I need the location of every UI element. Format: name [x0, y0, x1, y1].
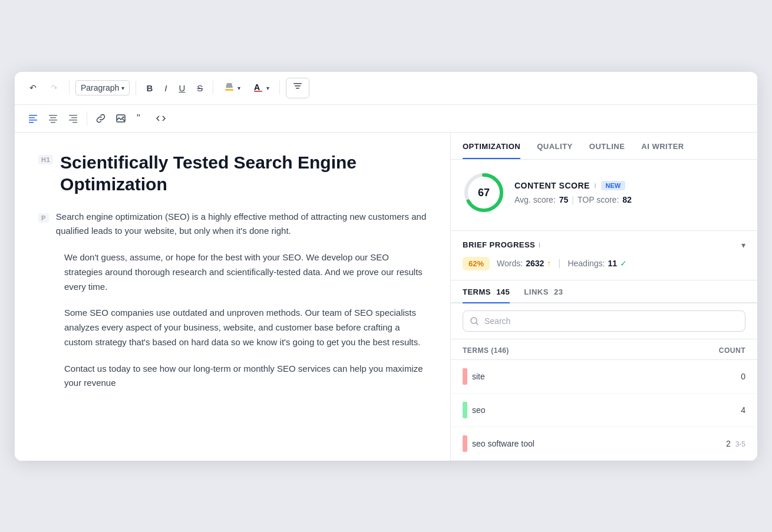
stat-separator: |: [558, 258, 560, 269]
svg-rect-9: [29, 122, 34, 123]
editor-heading[interactable]: Scientifically Tested Search Engine Opti…: [60, 151, 427, 196]
terms-header: TERMS (146) COUNT: [451, 339, 757, 360]
term-count-seo: 4: [741, 405, 745, 415]
term-indicator-site: [463, 368, 467, 385]
content-score-label: CONTENT SCORE: [514, 181, 590, 190]
search-input[interactable]: [463, 310, 745, 332]
term-indicator-seo-software-tool: [463, 435, 467, 452]
svg-rect-0: [225, 89, 233, 91]
p-row-3: Some SEO companies use outdated and unpr…: [38, 306, 427, 349]
paragraph-label: Paragraph: [81, 83, 119, 92]
svg-rect-8: [29, 120, 37, 121]
filter-button[interactable]: [286, 78, 309, 98]
top-label: TOP score:: [578, 195, 619, 204]
code-button[interactable]: [152, 110, 170, 127]
svg-rect-14: [69, 115, 77, 116]
brief-section: BRIEF PROGRESS i ▾ 62% Words: 2632 ↑ | H…: [451, 231, 757, 280]
h1-label: H1: [38, 155, 53, 164]
score-circle: 67: [463, 171, 505, 214]
brief-info-icon[interactable]: i: [539, 241, 540, 249]
svg-rect-7: [29, 117, 35, 118]
app-container: ↶ ↷ Paragraph ▾ B I U S ▾ A: [15, 72, 757, 461]
editor-paragraph-3[interactable]: Some SEO companies use outdated and unpr…: [64, 306, 427, 349]
svg-rect-16: [69, 120, 77, 121]
search-input-wrap: [463, 310, 745, 332]
italic-button[interactable]: I: [160, 80, 171, 96]
main-area: H1 Scientifically Tested Search Engine O…: [15, 133, 757, 461]
paragraph-select[interactable]: Paragraph ▾: [75, 80, 130, 95]
svg-rect-17: [72, 122, 77, 123]
toolbar-row1: ↶ ↷ Paragraph ▾ B I U S ▾ A: [15, 72, 757, 105]
chevron-down-icon: ▾: [237, 85, 240, 91]
align-center-button[interactable]: [44, 110, 62, 127]
terms-tab-terms[interactable]: TERMS 145: [463, 288, 510, 303]
redo-button[interactable]: ↷: [45, 79, 63, 97]
svg-rect-3: [293, 83, 302, 84]
tab-optimization[interactable]: OPTIMIZATION: [463, 142, 520, 159]
underline-button[interactable]: U: [174, 80, 189, 96]
term-name-seo: seo: [463, 402, 486, 418]
p-row-2: We don't guess, assume, or hope for the …: [38, 250, 427, 294]
toolbar-row2: ": [15, 105, 757, 133]
editor-paragraph-1[interactable]: Search engine optimization (SEO) is a hi…: [56, 210, 427, 239]
font-color-button[interactable]: A ▾: [248, 78, 273, 98]
highlight-button[interactable]: ▾: [219, 78, 245, 98]
tab-ai-writer[interactable]: AI WRITER: [641, 142, 684, 159]
p-label-1: P: [38, 213, 49, 223]
score-value: 67: [478, 187, 490, 199]
term-row-seo-software-tool: seo software tool 2 3-5: [451, 427, 757, 461]
align-left-button[interactable]: [24, 110, 42, 127]
svg-rect-4: [295, 85, 301, 87]
terms-tabs: TERMS 145 LINKS 23: [451, 280, 757, 303]
svg-rect-10: [49, 115, 57, 116]
term-name-seo-software-tool: seo software tool: [463, 435, 535, 452]
link-button[interactable]: [92, 110, 110, 127]
editor-panel[interactable]: H1 Scientifically Tested Search Engine O…: [15, 133, 451, 461]
terms-col-label: TERMS (146): [463, 346, 509, 355]
top-value: 82: [622, 195, 632, 204]
term-count-site: 0: [741, 372, 745, 381]
p-row-1: P Search engine optimization (SEO) is a …: [38, 210, 427, 239]
strikethrough-button[interactable]: S: [193, 80, 207, 96]
brief-stats: 62% Words: 2632 ↑ | Headings: 11 ✓: [463, 257, 745, 270]
score-separator: |: [572, 195, 574, 204]
svg-rect-15: [71, 117, 77, 118]
info-icon[interactable]: i: [595, 181, 596, 190]
svg-rect-11: [50, 117, 56, 118]
svg-text:A: A: [254, 82, 260, 92]
undo-button[interactable]: ↶: [24, 79, 42, 97]
toolbar-divider-3: [213, 81, 213, 95]
quote-button[interactable]: ": [132, 110, 150, 127]
term-count-seo-software-tool: 2 3-5: [726, 439, 745, 448]
brief-pct-badge: 62%: [463, 257, 490, 270]
terms-tab-links[interactable]: LINKS 23: [524, 288, 563, 303]
editor-paragraph-2[interactable]: We don't guess, assume, or hope for the …: [64, 250, 427, 294]
toolbar-divider-4: [279, 81, 280, 95]
score-info: CONTENT SCORE i NEW Avg. score: 75 | TOP…: [514, 181, 745, 204]
toolbar-divider-2: [136, 81, 136, 95]
search-bar: [451, 303, 757, 339]
tab-quality[interactable]: QUALITY: [537, 142, 573, 159]
new-badge: NEW: [601, 181, 626, 190]
chevron-down-icon: ▾: [266, 85, 269, 91]
svg-rect-6: [29, 115, 37, 116]
term-row-site: site 0: [451, 360, 757, 394]
score-title-row: CONTENT SCORE i NEW: [514, 181, 745, 190]
svg-rect-13: [51, 122, 55, 123]
toolbar-divider-5: [87, 111, 87, 125]
tab-outline[interactable]: OUTLINE: [589, 142, 625, 159]
brief-progress-label: BRIEF PROGRESS: [463, 240, 535, 249]
right-panel: OPTIMIZATION QUALITY OUTLINE AI WRITER 6…: [451, 133, 757, 461]
svg-rect-2: [254, 91, 262, 92]
bold-button[interactable]: B: [142, 80, 157, 96]
toolbar-divider-1: [69, 81, 70, 95]
editor-paragraph-4[interactable]: Contact us today to see how our long-ter…: [64, 362, 427, 391]
align-right-button[interactable]: [64, 110, 82, 127]
highlight-icon: [223, 81, 235, 95]
svg-rect-12: [49, 120, 57, 121]
brief-title-row: BRIEF PROGRESS i ▾: [463, 240, 745, 250]
brief-chevron-icon[interactable]: ▾: [741, 240, 745, 250]
font-color-icon: A: [252, 81, 264, 95]
image-button[interactable]: [112, 110, 130, 127]
brief-words: Words: 2632 ↑: [497, 259, 551, 268]
